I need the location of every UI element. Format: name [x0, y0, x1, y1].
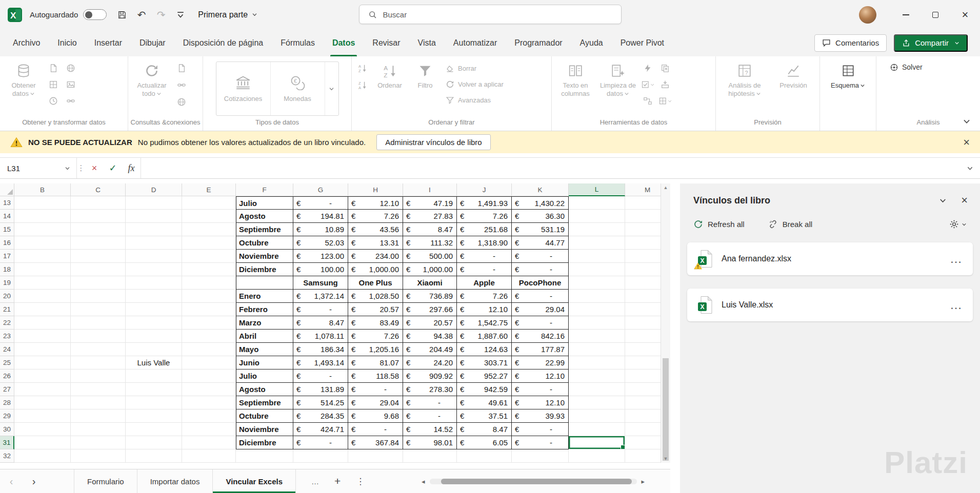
cell-B15[interactable]	[14, 223, 71, 236]
cell-G27[interactable]: €131.89	[293, 383, 348, 396]
cell-H20[interactable]: €1,028.50	[348, 290, 403, 303]
cell-G16[interactable]: €52.03	[293, 236, 348, 250]
cell-J27[interactable]: €942.59	[457, 383, 512, 396]
cell-I20[interactable]: €736.89	[403, 290, 457, 303]
col-header-D[interactable]: D	[126, 183, 182, 196]
cell-D32[interactable]	[126, 449, 182, 463]
relationships-button[interactable]	[641, 94, 654, 108]
ribbon-tab-vista[interactable]: Vista	[409, 29, 445, 56]
cell-F29[interactable]: Octubre	[236, 409, 293, 423]
cell-H25[interactable]: €81.07	[348, 356, 403, 369]
sheet-tab-vincular-excels[interactable]: Vincular Excels	[213, 469, 296, 493]
ribbon-tab-insertar[interactable]: Insertar	[86, 29, 131, 56]
cell-J29[interactable]: €37.51	[457, 409, 512, 423]
cell-H29[interactable]: €9.68	[348, 409, 403, 423]
outline-button[interactable]: Esquema	[829, 60, 868, 90]
row-header-30[interactable]: 30	[0, 423, 14, 436]
cell-B27[interactable]	[14, 383, 71, 396]
col-header-I[interactable]: I	[403, 183, 457, 196]
search-box[interactable]: Buscar	[359, 5, 622, 24]
comments-button[interactable]: Comentarios	[814, 34, 887, 52]
cell-G17[interactable]: €123.00	[293, 250, 348, 263]
cell-E27[interactable]	[182, 383, 236, 396]
cell-E16[interactable]	[182, 236, 236, 250]
cell-J17[interactable]: €-	[457, 250, 512, 263]
cell-J21[interactable]: €12.10	[457, 303, 512, 316]
cell-I24[interactable]: €204.49	[403, 343, 457, 356]
cell-H14[interactable]: €7.26	[348, 210, 403, 223]
edit-links-button[interactable]	[175, 78, 188, 92]
cell-C22[interactable]	[71, 316, 126, 330]
cell-D26[interactable]	[126, 369, 182, 383]
warning-close-icon[interactable]: ×	[963, 137, 970, 148]
sort-az-button[interactable]: AZ	[356, 61, 369, 75]
ribbon-tab-ayuda[interactable]: Ayuda	[571, 29, 612, 56]
cell-C18[interactable]	[71, 263, 126, 276]
flash-fill-button[interactable]	[641, 61, 654, 75]
cell-J14[interactable]: €7.26	[457, 210, 512, 223]
cell-K14[interactable]: €36.30	[512, 210, 569, 223]
next-sheet-icon[interactable]: ›	[23, 469, 45, 493]
cell-K22[interactable]: €-	[512, 316, 569, 330]
cell-L21[interactable]	[569, 303, 625, 316]
cancel-icon[interactable]: ×	[85, 158, 104, 178]
vertical-scrollbar[interactable]: ▲ ▼	[661, 183, 670, 463]
panel-settings-button[interactable]	[949, 219, 967, 229]
from-web-button[interactable]	[64, 61, 77, 75]
cell-D13[interactable]	[126, 196, 182, 210]
cell-L13[interactable]	[569, 196, 625, 210]
cell-F17[interactable]: Noviembre	[236, 250, 293, 263]
cell-L17[interactable]	[569, 250, 625, 263]
cell-G15[interactable]: €10.89	[293, 223, 348, 236]
col-header-K[interactable]: K	[512, 183, 569, 196]
workbook-name[interactable]: Primera parte	[198, 10, 257, 19]
cell-H27[interactable]: €-	[348, 383, 403, 396]
row-header-25[interactable]: 25	[0, 356, 14, 369]
cell-E20[interactable]	[182, 290, 236, 303]
cell-K21[interactable]: €29.04	[512, 303, 569, 316]
sheet-tab-importar-datos[interactable]: Importar datos	[137, 469, 213, 493]
cell-K25[interactable]: €22.99	[512, 356, 569, 369]
cell-H26[interactable]: €118.58	[348, 369, 403, 383]
row-header-23[interactable]: 23	[0, 330, 14, 343]
cell-K17[interactable]: €-	[512, 250, 569, 263]
more-options-icon[interactable]: …	[950, 302, 963, 307]
cell-I29[interactable]: €-	[403, 409, 457, 423]
row-header-15[interactable]: 15	[0, 223, 14, 236]
cell-L23[interactable]	[569, 330, 625, 343]
cell-F24[interactable]: Mayo	[236, 343, 293, 356]
cell-I30[interactable]: €14.52	[403, 423, 457, 436]
cell-B22[interactable]	[14, 316, 71, 330]
cell-C25[interactable]	[71, 356, 126, 369]
cell-H13[interactable]: €12.10	[348, 196, 403, 210]
cell-E21[interactable]	[182, 303, 236, 316]
cell-C16[interactable]	[71, 236, 126, 250]
cell-I19[interactable]: Xiaomi	[403, 276, 457, 290]
row-header-17[interactable]: 17	[0, 250, 14, 263]
cell-G19[interactable]: Samsung	[293, 276, 348, 290]
cell-J31[interactable]: €6.05	[457, 436, 512, 449]
scroll-down-icon[interactable]: ▼	[661, 456, 670, 461]
refresh-all-button[interactable]: Actualizar todo	[132, 60, 171, 98]
cell-K26[interactable]: €12.10	[512, 369, 569, 383]
cell-F19[interactable]	[236, 276, 293, 290]
cell-L27[interactable]	[569, 383, 625, 396]
row-header-31[interactable]: 31	[0, 436, 14, 449]
cell-B13[interactable]	[14, 196, 71, 210]
text-to-columns-button[interactable]: Texto en columnas	[556, 60, 595, 98]
cell-G28[interactable]: €514.25	[293, 396, 348, 409]
cell-G32[interactable]	[293, 449, 348, 463]
cell-B23[interactable]	[14, 330, 71, 343]
cell-H23[interactable]: €7.26	[348, 330, 403, 343]
cell-K18[interactable]: €-	[512, 263, 569, 276]
cell-G26[interactable]: €-	[293, 369, 348, 383]
cell-G22[interactable]: €8.47	[293, 316, 348, 330]
row-header-16[interactable]: 16	[0, 236, 14, 250]
remove-duplicates-button[interactable]	[658, 61, 672, 75]
cell-E31[interactable]	[182, 436, 236, 449]
cell-E32[interactable]	[182, 449, 236, 463]
forecast-sheet-button[interactable]: Previsión	[773, 60, 814, 90]
cell-J32[interactable]	[457, 449, 512, 463]
cell-D15[interactable]	[126, 223, 182, 236]
cell-F28[interactable]: Septiembre	[236, 396, 293, 409]
